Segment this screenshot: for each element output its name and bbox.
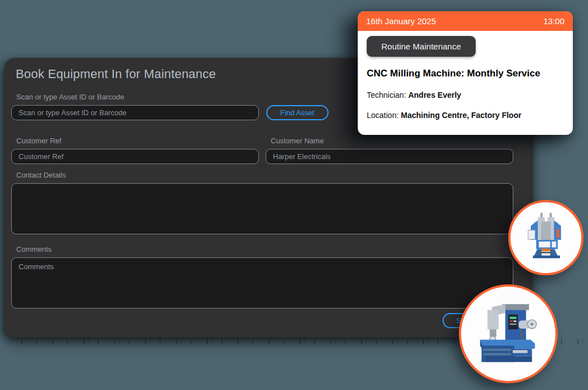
appointment-card-header: 16th January 2025 13:00 [358, 11, 573, 31]
comments-textarea[interactable] [11, 257, 513, 309]
appointment-card: 16th January 2025 13:00 Routine Maintena… [358, 11, 573, 135]
milling-machine-photo [459, 284, 558, 383]
find-asset-button[interactable]: Find Asset [266, 105, 329, 120]
technician-line: Technician: Andres Everly [367, 90, 564, 99]
customer-name-label: Customer Name [271, 137, 513, 145]
appointment-date: 16th January 2025 [366, 16, 436, 26]
technician-label: Technician: [367, 90, 406, 99]
customer-ref-input[interactable] [11, 149, 259, 164]
appointment-title: CNC Milling Machine: Monthly Service [367, 68, 564, 79]
press-machine-photo [508, 200, 584, 275]
press-machine-illustration [519, 208, 573, 267]
customer-ref-label: Customer Ref [16, 137, 259, 145]
location-value: Machining Centre, Factory Floor [401, 111, 522, 120]
location-line: Location: Machining Centre, Factory Floo… [367, 111, 564, 120]
asset-id-input[interactable] [11, 105, 259, 120]
comments-label: Comments [16, 245, 513, 253]
technician-name: Andres Everly [408, 90, 461, 99]
maintenance-type-badge: Routine Maintenance [367, 36, 476, 57]
customer-name-input[interactable] [266, 149, 513, 164]
milling-machine-illustration [471, 297, 545, 371]
location-label: Location: [367, 111, 399, 120]
page-background: Book Equipment In for Maintenance Scan o… [0, 0, 588, 390]
appointment-time: 13:00 [543, 16, 564, 26]
contact-details-label: Contact Details [16, 171, 513, 179]
contact-details-textarea[interactable] [11, 183, 513, 234]
